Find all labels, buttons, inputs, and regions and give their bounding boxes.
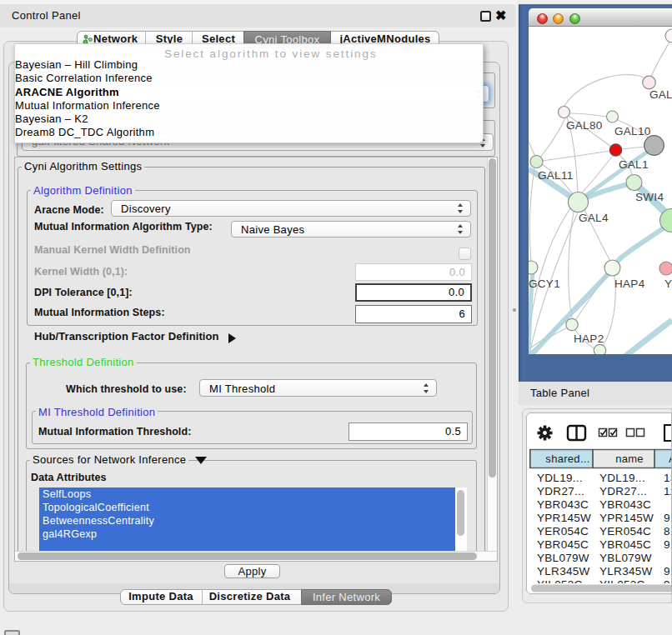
- svg-text:GAL2: GAL2: [649, 88, 672, 101]
- svg-text:YBR043C: YBR043C: [537, 498, 589, 511]
- svg-text:shared...: shared...: [545, 452, 589, 465]
- svg-text:GAL80: GAL80: [566, 119, 603, 132]
- svg-text:YLR345W: YLR345W: [599, 565, 653, 578]
- svg-text:YER054C: YER054C: [537, 525, 589, 538]
- svg-text:Av: Av: [669, 452, 672, 465]
- svg-text:YDL19...: YDL19...: [599, 472, 645, 484]
- svg-text:YBR045C: YBR045C: [599, 538, 651, 551]
- svg-text:HAP2: HAP2: [574, 332, 604, 345]
- svg-text:13: 13: [664, 472, 672, 484]
- svg-text:8.: 8.: [664, 525, 672, 538]
- svg-text:YDR27...: YDR27...: [537, 485, 584, 498]
- svg-text:YBL079W: YBL079W: [537, 552, 589, 564]
- svg-text:YBR045C: YBR045C: [537, 538, 589, 551]
- svg-text:YBR043C: YBR043C: [599, 498, 651, 511]
- svg-text:YJ: YJ: [664, 278, 672, 290]
- svg-text:9.: 9.: [664, 538, 672, 551]
- svg-text:YDR27...: YDR27...: [599, 485, 647, 498]
- svg-text:GAL11: GAL11: [538, 169, 574, 182]
- svg-text:YPR145W: YPR145W: [599, 512, 654, 524]
- svg-text:12: 12: [664, 485, 672, 498]
- svg-text:GAL4: GAL4: [579, 212, 609, 224]
- svg-text:GAL1: GAL1: [619, 158, 649, 171]
- svg-text:YDL19...: YDL19...: [537, 472, 583, 484]
- svg-text:YER054C: YER054C: [599, 525, 651, 538]
- svg-text:GCY1: GCY1: [529, 278, 560, 290]
- svg-text:YLR345W: YLR345W: [537, 565, 590, 578]
- svg-text:HAP4: HAP4: [614, 278, 645, 290]
- svg-text:9.: 9.: [664, 565, 672, 578]
- svg-text:name: name: [615, 452, 644, 465]
- svg-text:SWI4: SWI4: [635, 191, 664, 203]
- svg-text:9.: 9.: [664, 512, 672, 524]
- svg-text:YBL079W: YBL079W: [599, 552, 652, 564]
- svg-text:GAL10: GAL10: [614, 125, 651, 138]
- svg-text:YPR145W: YPR145W: [537, 512, 591, 524]
